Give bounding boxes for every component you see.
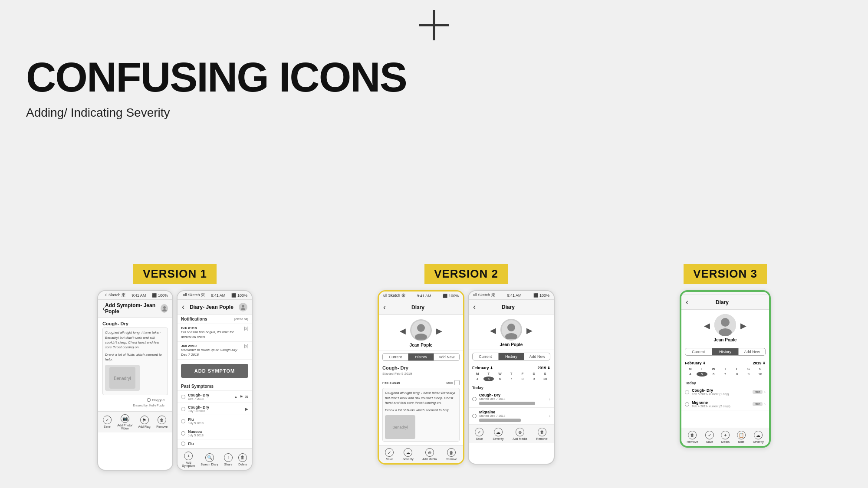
past-sym-4[interactable]: Nausea July 5 2018 bbox=[178, 427, 252, 439]
past-sym-1[interactable]: Cough- Dry Dec 7 2018 ▲ ⚑ ✉ bbox=[178, 391, 252, 403]
severity-bar-2 bbox=[479, 419, 521, 422]
nav-bar-v2s1: ‹ Diary bbox=[379, 300, 463, 315]
drug-image-v1s1: Benadryl bbox=[105, 365, 140, 391]
severity-icon-v2s1: ☁ bbox=[404, 448, 412, 457]
clear-all-btn[interactable]: [clear all] bbox=[234, 317, 248, 321]
today-label-v3: Today bbox=[681, 379, 769, 386]
content-v1s1: Cough- Dry Coughed all night long. I hav… bbox=[98, 318, 172, 411]
toolbar-severity-v2s1[interactable]: ☁ Severity bbox=[402, 448, 413, 461]
calendar-v3: February ⬇ 2019 ⬇ M T W T F S S 4 5 6 bbox=[681, 358, 769, 379]
toolbar-remove-v2s2[interactable]: 🗑 Remove bbox=[536, 428, 548, 440]
mail-icon: ✉ bbox=[245, 395, 248, 399]
tab-history-v2s2[interactable]: History bbox=[499, 353, 525, 360]
profile-name-v2s1: Jean Pople bbox=[410, 343, 433, 347]
toolbar-save-v2s1[interactable]: ✓ Save bbox=[385, 448, 394, 461]
toolbar-v2s2: ✓ Save ☁ Severity ⊕ Add Media 🗑 bbox=[469, 425, 554, 443]
tab-addnew-v2s2[interactable]: Add New bbox=[524, 353, 550, 360]
next-arrow-v2s1[interactable]: ▶ bbox=[436, 326, 442, 336]
notif-2: [x] Jan 29/19 Reminder to follow up on C… bbox=[178, 342, 252, 360]
mild-checkbox-v2s1 bbox=[454, 380, 460, 385]
prev-arrow-v2s1[interactable]: ◀ bbox=[400, 326, 406, 336]
trash-icon-v3: 🗑 bbox=[688, 431, 697, 439]
symptom-body-v2s1: Coughed all night long. I have taken Ben… bbox=[385, 390, 457, 405]
toolbar-v3: 🗑 Remove ✓ Save + Media 📋 Note bbox=[681, 428, 769, 446]
toolbar-note-v3[interactable]: 📋 Note bbox=[737, 431, 746, 443]
toolbar-remove-v3[interactable]: 🗑 Remove bbox=[687, 431, 698, 443]
past-symptoms-header: Past Symptoms bbox=[178, 382, 252, 391]
back-icon-v3[interactable]: ‹ bbox=[686, 298, 688, 307]
list-item-1-v2s2[interactable]: Cough- Dry Started Dec 7 2018 › bbox=[469, 391, 554, 408]
back-icon-v2s1[interactable]: ‹ bbox=[383, 303, 386, 312]
search-icon-v1s2: 🔍 bbox=[205, 453, 214, 462]
svg-point-7 bbox=[241, 308, 245, 310]
play-icon: ▶ bbox=[245, 407, 248, 411]
share-icon-v1s2: ↑ bbox=[224, 453, 233, 462]
save-icon-v1s1: ✓ bbox=[103, 416, 112, 424]
symptom-text-v1s1: Coughed all night long. I have taken Ben… bbox=[105, 330, 165, 350]
list-item-2-v3[interactable]: Migraine Feb 4 2019- current (2 days) Mi… bbox=[681, 398, 769, 410]
entry-date-v2s1: Feb 5 2019 bbox=[382, 381, 400, 385]
back-icon-v1s2[interactable]: ‹ bbox=[182, 302, 184, 311]
toolbar-save-v1s1[interactable]: ✓ Save bbox=[103, 416, 112, 428]
past-sym-2[interactable]: Cough- Dry July 10 2018 ▶ bbox=[178, 403, 252, 415]
list-item-2-v2s2[interactable]: Migraine Started Dec 7 2018 › bbox=[469, 408, 554, 425]
media-icon-v2s1: ⊕ bbox=[425, 448, 434, 457]
calendar-grid-v2s2: M T W T F S S 4 5 6 7 8 9 bbox=[472, 372, 550, 381]
toolbar-photo-v1s1[interactable]: 📷 Add Photo/Video bbox=[117, 414, 132, 430]
toolbar-severity-v2s2[interactable]: ☁ Severity bbox=[493, 428, 503, 440]
toolbar-delete-v1s2[interactable]: 🗑 Delete bbox=[238, 453, 247, 466]
toolbar-flag-v1s1[interactable]: ⚑ Add Flag bbox=[138, 416, 151, 428]
v1-screen1: .ull Sketch 穼 9:41 AM ⬛ 100% ‹ Add Sympt… bbox=[97, 290, 173, 471]
next-arrow-v2s2[interactable]: ▶ bbox=[526, 326, 533, 335]
toolbar-media-v2s2[interactable]: ⊕ Add Media bbox=[513, 428, 527, 440]
tab-addnew-v2s1[interactable]: Add New bbox=[434, 354, 459, 360]
toolbar-save-v3[interactable]: ✓ Save bbox=[705, 431, 714, 443]
plus-icon bbox=[417, 8, 451, 43]
profile-row-v3: ◀ ▶ bbox=[681, 314, 769, 337]
toolbar-save-v2s2[interactable]: ✓ Save bbox=[475, 428, 483, 440]
toolbar-share-v1s2[interactable]: ↑ Share bbox=[224, 453, 233, 466]
media-icon-v2s2: ⊕ bbox=[516, 428, 524, 436]
segment-v3: Current History Add New bbox=[685, 348, 766, 356]
version3-label: VERSION 3 bbox=[684, 264, 767, 284]
toolbar-v1s1: ✓ Save 📷 Add Photo/Video ⚑ Add Flag � bbox=[98, 411, 172, 432]
heading-section: CONFUSING ICONS Adding/ Indicating Sever… bbox=[26, 56, 842, 120]
calendar-v2s2: February ⬇ 2019 ⬇ M T W T F S S 4 bbox=[469, 363, 554, 384]
add-symptom-button[interactable]: ADD SYMPTOM bbox=[181, 364, 248, 378]
profile-v3: ◀ ▶ Jean Pople bbox=[681, 310, 769, 345]
camera-icon-v1s1: 📷 bbox=[121, 414, 129, 423]
status-bar-v2s2: ull Sketch 穼 9:41 AM ⬛ 100% bbox=[469, 291, 554, 300]
symptom-title-v2s1: Cough- Dry bbox=[382, 365, 460, 370]
toolbar-search-v1s2[interactable]: 🔍 Search Diary bbox=[201, 453, 218, 466]
tab-current-v2s1[interactable]: Current bbox=[383, 354, 408, 360]
tab-addnew-v3[interactable]: Add New bbox=[739, 348, 765, 355]
month-label-v3: February ⬇ bbox=[685, 361, 706, 365]
toolbar-media-v2s1[interactable]: ⊕ Add Media bbox=[422, 448, 437, 461]
past-sym-5[interactable]: Flu bbox=[178, 439, 252, 449]
toolbar-remove-v2s1[interactable]: 🗑 Remove bbox=[446, 448, 457, 461]
toolbar-add-v1s2[interactable]: + AddSymptom bbox=[182, 452, 195, 467]
back-icon-v2s2[interactable]: ‹ bbox=[473, 302, 476, 311]
past-sym-3[interactable]: Flu July 5 2018 bbox=[178, 415, 252, 427]
profile-avatar-v3 bbox=[714, 314, 736, 336]
toolbar-remove-v1s1[interactable]: 🗑 Remove bbox=[156, 416, 168, 428]
svg-text:Benadryl: Benadryl bbox=[392, 425, 408, 429]
tab-history-v3[interactable]: History bbox=[712, 348, 739, 355]
today-label-v2s2: Today bbox=[469, 384, 554, 391]
prev-arrow-v3[interactable]: ◀ bbox=[704, 321, 710, 331]
toolbar-media-v3[interactable]: + Media bbox=[721, 431, 730, 443]
next-arrow-v3[interactable]: ▶ bbox=[740, 321, 746, 331]
list-item-1-v3[interactable]: Cough- Dry Feb 5 2019- current (1 day) M… bbox=[681, 386, 769, 398]
versions-row: VERSION 1 .ull Sketch 穼 9:41 AM ⬛ 100% ‹… bbox=[0, 264, 868, 471]
toolbar-severity-v3[interactable]: ☁ Severity bbox=[753, 431, 763, 443]
prev-arrow-v2s2[interactable]: ◀ bbox=[490, 326, 496, 335]
tab-current-v2s2[interactable]: Current bbox=[473, 353, 499, 360]
flag-icon: ⚑ bbox=[240, 395, 243, 399]
notif-1: [x] Feb 01/19 Flu season has begun, it's… bbox=[178, 324, 252, 342]
trash-icon-v2s1: 🗑 bbox=[447, 448, 456, 457]
tab-history-v2s1[interactable]: History bbox=[408, 354, 434, 360]
flagged-checkbox[interactable] bbox=[147, 398, 151, 402]
tab-current-v3[interactable]: Current bbox=[685, 348, 712, 355]
calendar-grid-v3: M T W T F S S 4 5 6 7 8 9 10 bbox=[685, 367, 766, 377]
main-title: CONFUSING ICONS bbox=[26, 56, 842, 98]
